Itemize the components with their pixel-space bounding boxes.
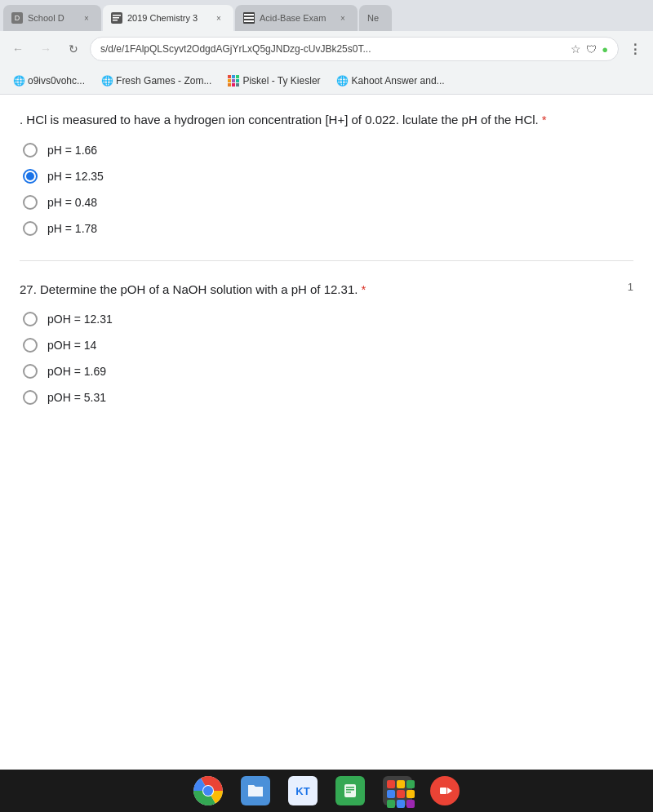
label-27-d: pOH = 5.31: [47, 391, 106, 404]
question-27-required: *: [361, 282, 366, 296]
radio-27-a[interactable]: [23, 312, 38, 326]
bookmark-o9ivs-label: o9ivs0vohc...: [28, 75, 85, 87]
page-content: . HCl is measured to have a hydrogen ion…: [0, 95, 653, 770]
question-27-options: pOH = 12.31 pOH = 14 pOH = 1.69 pOH = 5.…: [20, 312, 633, 405]
question-27-text: 27. Determine the pOH of a NaOH solution…: [20, 281, 621, 300]
folder-icon: [241, 776, 270, 805]
label-26-a: pH = 1.66: [47, 144, 97, 157]
svg-rect-13: [346, 789, 354, 791]
refresh-button[interactable]: ↻: [62, 38, 85, 60]
bookmark-kahoot[interactable]: 🌐 Kahoot Answer and...: [331, 72, 451, 90]
apps-button[interactable]: [380, 774, 415, 808]
radio-27-d[interactable]: [23, 390, 38, 405]
question-27-option-d[interactable]: pOH = 5.31: [23, 390, 633, 405]
drive-button[interactable]: [333, 774, 367, 808]
question-27-option-b[interactable]: pOH = 14: [23, 338, 633, 353]
bookmarks-bar: 🌐 o9ivs0vohc... 🌐 Fresh Games - Zom...: [0, 67, 653, 95]
menu-button[interactable]: ⋮: [624, 38, 646, 60]
address-text: s/d/e/1FAlpQLScyvt2OdgdAGjYrLxQ5gJNDzg-c…: [100, 43, 566, 55]
tab-chemistry-label: 2019 Chemistry 3: [127, 13, 207, 23]
drive-icon: [335, 776, 365, 805]
tab-new[interactable]: Ne: [359, 5, 392, 31]
tab-acidbase-close[interactable]: ×: [336, 11, 349, 24]
question-27-option-a[interactable]: pOH = 12.31: [23, 312, 633, 326]
tab-school[interactable]: D School D ×: [3, 5, 101, 31]
question-26-option-c[interactable]: pH = 0.48: [23, 195, 633, 210]
tab-favicon-chemistry: [111, 12, 122, 24]
svg-rect-11: [344, 784, 356, 797]
tab-acidbase[interactable]: Acid-Base Exam ×: [235, 5, 358, 31]
chrome-button[interactable]: [191, 774, 225, 808]
star-icon[interactable]: ☆: [571, 42, 581, 55]
question-26-block: . HCl is measured to have a hydrogen ion…: [20, 111, 633, 236]
bookmark-o9ivs-icon: 🌐: [13, 75, 24, 87]
question-27-body: Determine the pOH of a NaOH solution wit…: [40, 282, 358, 296]
bookmark-piskel-icon: [228, 75, 239, 87]
bookmark-piskel-label: Piskel - Ty Kiesler: [242, 75, 320, 87]
label-27-a: pOH = 12.31: [47, 313, 113, 326]
radio-26-b[interactable]: [23, 169, 38, 184]
page-indicator: 1: [628, 281, 633, 293]
svg-rect-7: [244, 20, 254, 22]
question-27-header: 27. Determine the pOH of a NaOH solution…: [20, 281, 633, 313]
label-26-c: pH = 0.48: [47, 196, 97, 209]
forward-button[interactable]: →: [34, 38, 57, 60]
record-icon: [430, 776, 460, 805]
kt-button[interactable]: KT: [286, 774, 320, 808]
question-26-options: pH = 1.66 pH = 12.35 pH = 0.48 pH = 1.78: [20, 143, 633, 236]
question-27-number: 27.: [20, 282, 37, 296]
question-26-required: *: [542, 113, 547, 126]
tab-favicon-acidbase: [243, 12, 255, 24]
shield-icon: 🛡: [586, 43, 597, 55]
record-button[interactable]: [428, 774, 462, 808]
tab-acidbase-label: Acid-Base Exam: [260, 13, 331, 23]
radio-26-c[interactable]: [23, 195, 38, 210]
tab-chemistry[interactable]: 2019 Chemistry 3 ×: [103, 5, 233, 31]
bookmark-freshgames-label: Fresh Games - Zom...: [116, 75, 211, 87]
tab-new-label: Ne: [367, 13, 379, 23]
radio-26-a[interactable]: [23, 143, 38, 158]
radio-27-b[interactable]: [23, 338, 38, 353]
radio-26-d[interactable]: [23, 221, 38, 236]
svg-point-10: [203, 786, 213, 796]
question-26-text: . HCl is measured to have a hydrogen ion…: [20, 111, 633, 130]
back-button[interactable]: ←: [7, 38, 29, 60]
address-bar-row: ← → ↻ s/d/e/1FAlpQLScyvt2OdgdAGjYrLxQ5gJ…: [0, 31, 653, 67]
svg-rect-6: [244, 17, 254, 19]
bookmark-kahoot-icon: 🌐: [337, 75, 349, 87]
bookmark-piskel[interactable]: Piskel - Ty Kiesler: [221, 72, 326, 90]
taskbar: KT: [0, 770, 653, 812]
radio-27-c[interactable]: [23, 364, 38, 379]
label-26-b: pH = 12.35: [47, 170, 104, 183]
kt-icon: KT: [288, 776, 318, 805]
question-26-option-d[interactable]: pH = 1.78: [23, 221, 633, 236]
bookmark-o9ivs[interactable]: 🌐 o9ivs0vohc...: [7, 72, 91, 90]
svg-rect-12: [346, 787, 354, 788]
bookmark-freshgames-icon: 🌐: [101, 75, 113, 87]
question-27-option-c[interactable]: pOH = 1.69: [23, 364, 633, 379]
label-27-c: pOH = 1.69: [47, 365, 106, 378]
label-27-b: pOH = 14: [47, 339, 96, 352]
question-27-block: 27. Determine the pOH of a NaOH solution…: [20, 281, 633, 406]
tab-school-close[interactable]: ×: [80, 11, 93, 24]
question-26-option-b[interactable]: pH = 12.35: [23, 169, 633, 184]
svg-rect-2: [113, 17, 119, 19]
svg-rect-15: [440, 788, 446, 794]
svg-rect-1: [113, 15, 121, 16]
svg-rect-3: [113, 20, 118, 21]
question-26-option-a[interactable]: pH = 1.66: [23, 143, 633, 158]
section-divider: [20, 260, 633, 261]
svg-rect-14: [346, 792, 351, 793]
tab-bar: D School D × 2019 Chemistry 3 ×: [0, 0, 653, 31]
label-26-d: pH = 1.78: [47, 222, 97, 235]
extension-icon[interactable]: ●: [602, 43, 608, 55]
tab-favicon-school: D: [11, 12, 23, 24]
files-button[interactable]: [238, 774, 273, 808]
tab-chemistry-close[interactable]: ×: [212, 11, 225, 24]
bookmark-kahoot-label: Kahoot Answer and...: [352, 75, 445, 87]
svg-marker-16: [447, 788, 452, 794]
browser-frame: D School D × 2019 Chemistry 3 ×: [0, 0, 653, 812]
svg-rect-5: [244, 14, 254, 16]
bookmark-freshgames[interactable]: 🌐 Fresh Games - Zom...: [95, 72, 218, 90]
address-field[interactable]: s/d/e/1FAlpQLScyvt2OdgdAGjYrLxQ5gJNDzg-c…: [90, 37, 619, 61]
